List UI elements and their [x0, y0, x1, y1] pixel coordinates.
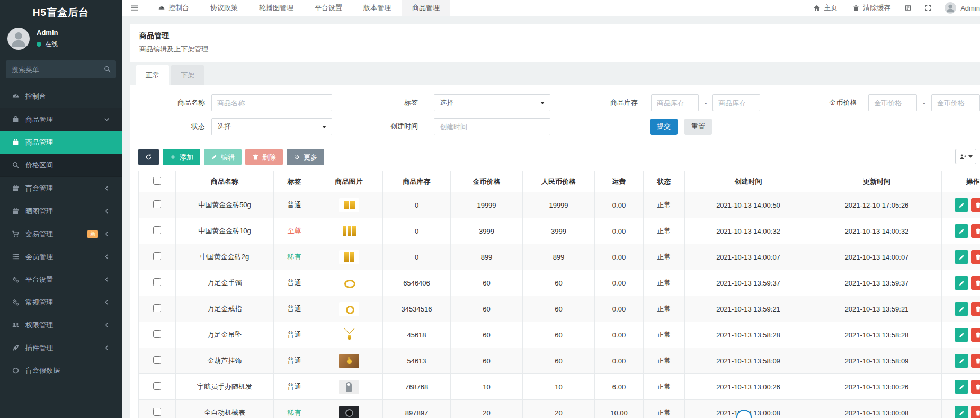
row-delete-button[interactable] — [971, 224, 980, 238]
trash-icon — [975, 202, 980, 209]
edit-button[interactable]: 编辑 — [204, 149, 242, 165]
cell-tag: 稀有 — [274, 244, 315, 270]
row-checkbox[interactable] — [153, 226, 161, 234]
row-delete-button[interactable] — [971, 380, 980, 394]
row-delete-button[interactable] — [971, 354, 980, 368]
log-book-icon[interactable] — [898, 4, 918, 12]
export-dropdown-button[interactable] — [955, 149, 976, 164]
topnav-item-platform-settings[interactable]: 平台设置 — [304, 0, 353, 16]
submit-button[interactable]: 提交 — [650, 119, 678, 135]
row-delete-button[interactable] — [971, 328, 980, 342]
row-edit-button[interactable] — [955, 198, 968, 212]
row-delete-button[interactable] — [971, 250, 980, 264]
sidebar-item-permission-manage[interactable]: 权限管理 — [0, 314, 122, 336]
row-edit-button[interactable] — [955, 250, 968, 264]
row-delete-button[interactable] — [971, 302, 980, 316]
name-filter-input[interactable] — [211, 94, 332, 111]
sidebar-item-plugin-manage[interactable]: 插件管理 — [0, 336, 122, 359]
row-edit-button[interactable] — [955, 328, 968, 342]
topbar-username[interactable]: Admin — [960, 4, 980, 12]
chevron-left-icon — [103, 230, 111, 238]
product-image[interactable] — [339, 328, 359, 342]
refresh-button[interactable] — [138, 149, 159, 165]
topnav-item-carousel-manage[interactable]: 轮播图管理 — [248, 0, 304, 16]
row-checkbox[interactable] — [153, 382, 161, 390]
column-header: 金币价格 — [451, 171, 523, 192]
row-checkbox[interactable] — [153, 356, 161, 364]
row-delete-button[interactable] — [971, 406, 980, 418]
reset-button[interactable]: 重置 — [684, 119, 712, 135]
name-filter-label: 商品名称 — [138, 98, 205, 108]
cell-gold-price: 899 — [451, 244, 523, 270]
sidebar-item-label: 控制台 — [25, 92, 117, 101]
sidebar-item-member-manage[interactable]: 会员管理 — [0, 245, 122, 268]
home-icon — [813, 4, 821, 12]
row-checkbox[interactable] — [153, 304, 161, 312]
row-checkbox[interactable] — [153, 252, 161, 260]
status-filter-select[interactable]: 选择 — [211, 118, 332, 135]
row-edit-button[interactable] — [955, 354, 968, 368]
created-time-input[interactable] — [434, 118, 550, 135]
product-image[interactable] — [339, 224, 359, 238]
sidebar-item-blindbox-manage[interactable]: 盲盒管理 — [0, 177, 122, 200]
status-filter-label: 状态 — [138, 122, 205, 131]
delete-button[interactable]: 删除 — [245, 149, 283, 165]
tag-filter-select[interactable]: 选择 — [434, 94, 550, 111]
row-checkbox[interactable] — [153, 330, 161, 338]
sidebar-search — [6, 60, 116, 78]
chevron-left-icon — [103, 321, 111, 329]
topnav-item-console[interactable]: 控制台 — [147, 0, 200, 16]
clear-cache-button[interactable]: 清除缓存 — [845, 3, 898, 13]
avatar[interactable] — [7, 28, 30, 50]
row-edit-button[interactable] — [955, 302, 968, 316]
cell-rmb-price: 3999 — [523, 218, 595, 244]
product-image[interactable] — [339, 354, 359, 368]
rocket-icon — [12, 344, 20, 352]
sidebar-item-platform-settings[interactable]: 平台设置 — [0, 268, 122, 291]
column-header: 操作 — [942, 171, 980, 192]
topnav-item-agreement-policy[interactable]: 协议政策 — [200, 0, 248, 16]
row-edit-button[interactable] — [955, 224, 968, 238]
gold-price-min-input[interactable] — [868, 94, 917, 111]
sidebar-item-trade-manage[interactable]: 交易管理新 — [0, 223, 122, 245]
row-edit-button[interactable] — [955, 380, 968, 394]
more-button[interactable]: 更多 — [287, 149, 324, 165]
row-checkbox[interactable] — [153, 408, 161, 416]
fullscreen-icon[interactable] — [918, 4, 938, 12]
row-edit-button[interactable] — [955, 276, 968, 290]
product-image[interactable] — [339, 302, 359, 316]
home-link[interactable]: 主页 — [806, 3, 845, 13]
row-checkbox[interactable] — [153, 200, 161, 208]
sidebar-item-goods-manage[interactable]: 商品管理 — [0, 131, 122, 154]
menu-search-input[interactable] — [6, 60, 116, 78]
add-button[interactable]: 添加 — [163, 149, 200, 165]
topnav-item-version-manage[interactable]: 版本管理 — [353, 0, 402, 16]
sidebar-item-general-manage[interactable]: 常规管理 — [0, 291, 122, 314]
menu-toggle-icon[interactable] — [122, 4, 147, 12]
sidebar-item-goods-manage-parent[interactable]: 商品管理 — [0, 108, 122, 131]
table-toolbar: 添加 编辑 删除 更多 — [138, 149, 980, 165]
sidebar-item-photo-manage[interactable]: 晒图管理 — [0, 200, 122, 223]
product-image[interactable] — [339, 276, 359, 290]
row-delete-button[interactable] — [971, 276, 980, 290]
product-image[interactable] — [339, 250, 359, 264]
sidebar-item-label: 商品管理 — [25, 138, 117, 147]
stock-min-input[interactable] — [651, 94, 699, 111]
tab-off-shelf[interactable]: 下架 — [171, 65, 204, 85]
row-edit-button[interactable] — [955, 406, 968, 418]
tab-normal[interactable]: 正常 — [136, 65, 169, 85]
select-all-checkbox[interactable] — [153, 177, 161, 185]
sidebar-item-blindbox-fake-data[interactable]: 盲盒假数据 — [0, 359, 122, 382]
row-checkbox[interactable] — [153, 278, 161, 286]
stock-max-input[interactable] — [712, 94, 760, 111]
gold-price-max-input[interactable] — [931, 94, 980, 111]
row-delete-button[interactable] — [971, 198, 980, 212]
product-image[interactable] — [339, 198, 359, 212]
topbar-avatar[interactable] — [945, 2, 956, 14]
sidebar-item-price-range[interactable]: 价格区间 — [0, 154, 122, 177]
product-image[interactable] — [339, 406, 359, 418]
sidebar-item-console[interactable]: 控制台 — [0, 85, 122, 108]
cell-tag: 普通 — [274, 296, 315, 322]
topnav-item-goods-manage[interactable]: 商品管理 — [402, 0, 450, 16]
product-image[interactable] — [339, 380, 359, 394]
